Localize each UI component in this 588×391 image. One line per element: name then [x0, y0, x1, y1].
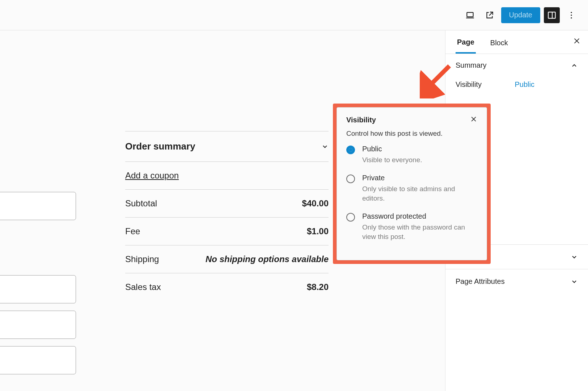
form-input-cropped[interactable] [0, 311, 76, 339]
option-label: Password protected [362, 212, 477, 220]
radio-icon [346, 213, 355, 222]
option-desc: Visible to everyone. [362, 155, 422, 165]
tax-label: Sales tax [125, 282, 161, 292]
sidebar-tabs: Page Block [445, 30, 588, 54]
update-button[interactable]: Update [501, 7, 541, 23]
option-label: Public [362, 145, 422, 153]
add-coupon-link: Add a coupon [125, 171, 179, 181]
summary-panel-header[interactable]: Summary [445, 54, 588, 77]
laptop-icon [465, 10, 475, 20]
popover-description: Control how this post is viewed. [346, 130, 477, 138]
tab-block[interactable]: Block [489, 31, 509, 53]
visibility-label: Visibility [456, 80, 482, 89]
fee-value: $1.00 [307, 226, 329, 236]
form-input-cropped[interactable] [0, 192, 76, 220]
close-sidebar-button[interactable] [573, 37, 581, 47]
close-icon [573, 37, 581, 45]
svg-point-4 [571, 14, 572, 16]
fee-label: Fee [125, 226, 140, 236]
svg-point-5 [571, 17, 572, 18]
order-summary-header[interactable]: Order summary [125, 131, 329, 161]
svg-point-3 [571, 12, 572, 13]
popover-close-button[interactable] [470, 115, 477, 125]
option-desc: Only visible to site admins and editors. [362, 184, 477, 203]
close-icon [470, 115, 477, 123]
order-summary-title: Order summary [125, 141, 195, 152]
annotation-arrow [420, 62, 456, 98]
add-coupon-row[interactable]: Add a coupon [125, 161, 329, 189]
page-attributes-panel-header[interactable]: Page Attributes [445, 269, 588, 294]
shipping-value: No shipping options available [206, 254, 329, 264]
sidebar-icon [547, 10, 557, 20]
svg-line-6 [427, 66, 449, 88]
visibility-option-private[interactable]: Private Only visible to site admins and … [346, 174, 477, 209]
form-input-cropped[interactable] [0, 346, 76, 374]
form-input-cropped[interactable] [0, 275, 76, 303]
option-label: Private [362, 174, 477, 182]
page-attributes-label: Page Attributes [456, 277, 505, 286]
chevron-up-icon [571, 62, 578, 69]
visibility-option-public[interactable]: Public Visible to everyone. [346, 145, 477, 170]
svg-rect-0 [467, 12, 473, 17]
editor-toolbar: Update [0, 0, 588, 30]
option-desc: Only those with the password can view th… [362, 223, 477, 242]
visibility-value-link[interactable]: Public [515, 80, 534, 89]
tab-page[interactable]: Page [456, 31, 476, 54]
visibility-popover: Visibility Control how this post is view… [337, 107, 487, 260]
chevron-down-icon [321, 143, 329, 150]
radio-icon [346, 146, 355, 154]
fee-row: Fee $1.00 [125, 217, 329, 245]
visibility-row: Visibility Public [445, 77, 588, 96]
subtotal-label: Subtotal [125, 198, 157, 209]
order-summary-block: Order summary Add a coupon Subtotal $40.… [125, 131, 329, 301]
tax-row: Sales tax $8.20 [125, 273, 329, 301]
subtotal-value: $40.00 [302, 198, 329, 209]
shipping-row: Shipping No shipping options available [125, 245, 329, 273]
more-options-button[interactable] [563, 7, 579, 23]
more-vertical-icon [567, 10, 576, 20]
external-link-icon [485, 10, 494, 20]
tax-value: $8.20 [307, 282, 329, 292]
visibility-option-password[interactable]: Password protected Only those with the p… [346, 212, 477, 247]
chevron-down-icon [571, 278, 578, 285]
settings-sidebar-toggle[interactable] [544, 7, 560, 23]
summary-label: Summary [456, 61, 487, 70]
radio-icon [346, 175, 355, 183]
view-page-button[interactable] [482, 7, 498, 23]
shipping-label: Shipping [125, 254, 159, 264]
subtotal-row: Subtotal $40.00 [125, 189, 329, 217]
chevron-down-icon [571, 253, 578, 261]
visibility-popover-highlight: Visibility Control how this post is view… [333, 104, 491, 264]
preview-device-button[interactable] [462, 7, 478, 23]
popover-title: Visibility [346, 116, 376, 124]
